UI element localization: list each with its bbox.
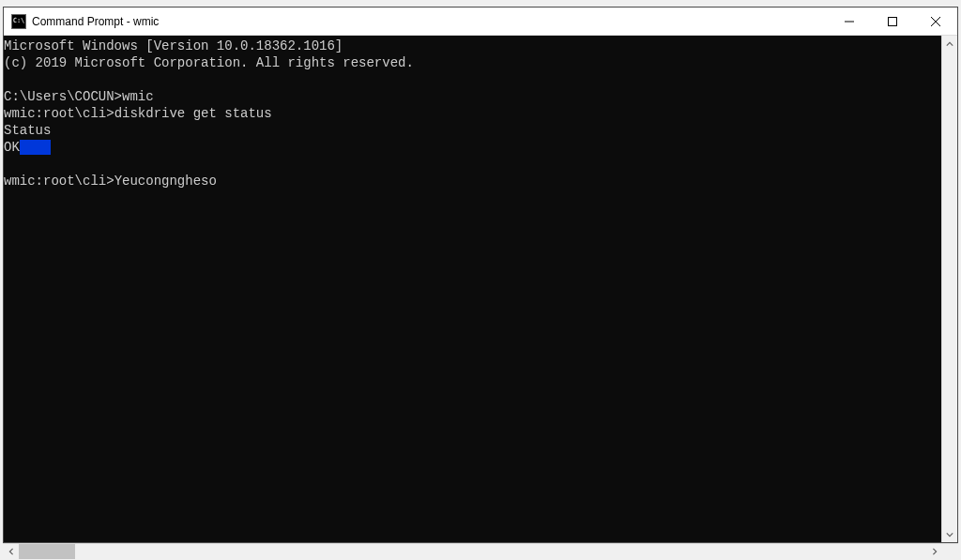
prompt-line-1: C:\Users\COCUN>wmic — [4, 89, 154, 104]
prompt-command: diskdrive get status — [114, 106, 272, 121]
close-icon — [931, 17, 940, 26]
cmd-icon: C:\ — [11, 14, 26, 29]
copyright-line: (c) 2019 Microsoft Corporation. All righ… — [4, 55, 414, 70]
minimize-icon — [845, 17, 854, 26]
prompt-line-2: wmic:root\cli>diskdrive get status — [4, 106, 272, 121]
selection-highlight — [20, 140, 52, 155]
window-controls — [828, 8, 957, 35]
titlebar[interactable]: C:\ Command Prompt - wmic — [4, 8, 957, 36]
maximize-icon — [888, 17, 897, 26]
chevron-down-icon — [946, 531, 953, 538]
prompt-prefix: C:\Users\COCUN> — [4, 89, 122, 104]
scrollbar-corner — [942, 544, 958, 559]
horizontal-scrollbar[interactable] — [3, 543, 958, 559]
vertical-scroll-track[interactable] — [942, 52, 957, 526]
horizontal-scroll-thumb[interactable] — [19, 544, 75, 559]
prompt-command: Yeucongngheso — [114, 174, 217, 189]
close-button[interactable] — [914, 8, 957, 35]
chevron-left-icon — [8, 548, 15, 555]
scroll-right-button[interactable] — [926, 544, 942, 559]
prompt-command: wmic — [122, 89, 154, 104]
minimize-button[interactable] — [828, 8, 871, 35]
output-header: Status — [4, 123, 51, 138]
version-line: Microsoft Windows [Version 10.0.18362.10… — [4, 38, 343, 53]
output-row: OK — [4, 140, 51, 155]
scroll-up-button[interactable] — [942, 36, 957, 52]
maximize-button[interactable] — [871, 8, 914, 35]
prompt-line-3: wmic:root\cli>Yeucongngheso — [4, 174, 217, 189]
vertical-scrollbar[interactable] — [941, 36, 957, 542]
horizontal-scroll-track[interactable] — [19, 544, 926, 559]
output-value: OK — [4, 140, 20, 155]
cmd-icon-label: C:\ — [13, 18, 25, 24]
chevron-right-icon — [931, 548, 938, 555]
chevron-up-icon — [946, 40, 953, 48]
scroll-left-button[interactable] — [3, 544, 19, 559]
scroll-down-button[interactable] — [942, 526, 957, 542]
prompt-prefix: wmic:root\cli> — [4, 106, 114, 121]
svg-rect-1 — [889, 17, 897, 25]
command-prompt-window: C:\ Command Prompt - wmic Microsoft Wind… — [3, 7, 958, 543]
prompt-prefix: wmic:root\cli> — [4, 174, 114, 189]
terminal-output[interactable]: Microsoft Windows [Version 10.0.18362.10… — [4, 36, 941, 542]
window-title: Command Prompt - wmic — [32, 15, 828, 28]
terminal-area: Microsoft Windows [Version 10.0.18362.10… — [4, 36, 957, 542]
